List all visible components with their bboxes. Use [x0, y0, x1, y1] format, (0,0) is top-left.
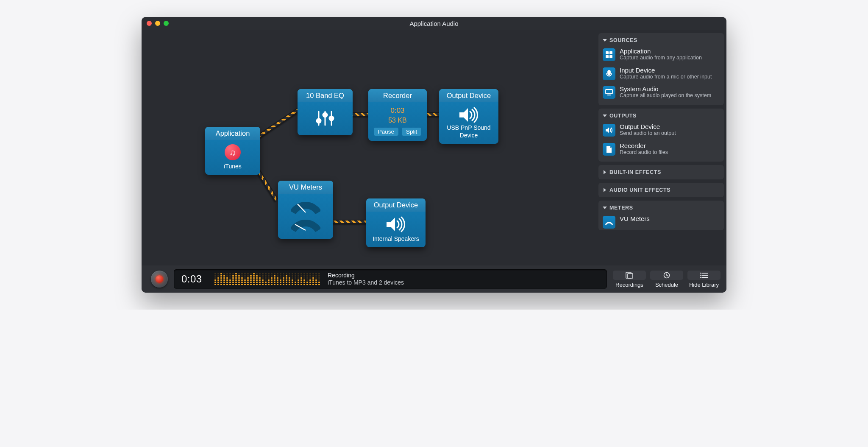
level-meter-icon: [214, 273, 320, 285]
node-output-internal[interactable]: Output Device Internal Speakers: [366, 198, 426, 247]
record-indicator-icon: [156, 275, 163, 283]
chevron-down-icon: [603, 206, 607, 210]
file-icon: [603, 143, 615, 156]
hide-library-button[interactable]: Hide Library: [687, 271, 721, 288]
vu-meter-icon: [291, 218, 320, 232]
library-item-desc: Record audio to files: [620, 149, 668, 156]
library-item-title: Input Device: [620, 67, 712, 74]
speaker-icon: [386, 216, 406, 233]
minimize-window-button[interactable]: [155, 21, 160, 26]
recorder-pause-button[interactable]: Pause: [374, 128, 398, 136]
eq-sliders-icon: [314, 110, 336, 127]
library-sidebar[interactable]: SOURCES Application Capture audio from a…: [595, 30, 726, 265]
library-item-recorder[interactable]: Recorder Record audio to files: [602, 140, 721, 158]
svg-marker-23: [603, 207, 607, 209]
svg-point-3: [323, 113, 327, 117]
node-subtitle: Internal Speakers: [373, 235, 419, 242]
library-item-vu-meters[interactable]: VU Meters: [602, 213, 721, 230]
traffic-lights: [147, 21, 169, 26]
monitor-icon: [603, 86, 615, 99]
mic-icon: [603, 67, 615, 80]
node-recorder[interactable]: Recorder 0:03 53 KB Pause Split: [368, 89, 427, 141]
panel-header-label: OUTPUTS: [609, 113, 637, 119]
node-vu-meters[interactable]: VU Meters: [278, 181, 333, 239]
node-eq[interactable]: 10 Band EQ: [298, 89, 353, 135]
status-line-2: iTunes to MP3 and 2 devices: [328, 279, 404, 287]
chevron-right-icon: [603, 188, 607, 192]
panel-header-label: AUDIO UNIT EFFECTS: [609, 187, 670, 193]
chevron-right-icon: [603, 170, 607, 174]
panel-header-outputs[interactable]: OUTPUTS: [602, 111, 721, 121]
node-application[interactable]: Application ♫ iTunes: [205, 127, 260, 175]
recordings-button[interactable]: Recordings: [613, 271, 646, 288]
library-item-desc: Capture audio from a mic or other input: [620, 74, 712, 81]
library-item-title: System Audio: [620, 85, 711, 92]
svg-rect-12: [609, 51, 612, 54]
chevron-down-icon: [603, 38, 607, 42]
panel-header-sources[interactable]: SOURCES: [602, 36, 721, 46]
schedule-button[interactable]: Schedule: [650, 271, 683, 288]
node-title: VU Meters: [278, 181, 333, 194]
library-item-desc: Capture audio from any application: [620, 55, 702, 61]
zoom-window-button[interactable]: [164, 21, 169, 26]
footer-button-label: Hide Library: [687, 282, 721, 288]
app-window: Application Audio Application ♫ iTunes: [142, 17, 726, 293]
panel-outputs: OUTPUTS Output Device Send audio to an o…: [598, 109, 724, 162]
node-title: 10 Band EQ: [298, 89, 353, 102]
svg-marker-6: [459, 108, 468, 122]
svg-rect-17: [606, 89, 612, 94]
routing-canvas[interactable]: Application ♫ iTunes 10 Band EQ: [142, 30, 595, 265]
node-title: Application: [205, 127, 260, 140]
recorder-split-button[interactable]: Split: [402, 128, 421, 136]
svg-marker-9: [387, 218, 395, 231]
svg-rect-11: [606, 51, 609, 54]
svg-marker-22: [604, 188, 606, 192]
lcd-time: 0:03: [181, 273, 207, 285]
footer-button-label: Schedule: [650, 282, 683, 288]
clock-icon: [650, 271, 683, 280]
library-item-desc: Capture all audio played on the system: [620, 92, 711, 99]
recorder-time: 0:03: [390, 106, 404, 115]
cable: [328, 220, 370, 224]
titlebar: Application Audio: [142, 17, 726, 30]
panel-audio-unit-effects: AUDIO UNIT EFFECTS: [598, 183, 724, 197]
library-item-application[interactable]: Application Capture audio from any appli…: [602, 46, 721, 63]
svg-point-1: [317, 119, 321, 123]
panel-header-label: SOURCES: [609, 37, 637, 43]
library-item-title: Application: [620, 47, 702, 55]
panel-header-meters[interactable]: METERS: [602, 203, 721, 213]
svg-rect-25: [628, 274, 633, 278]
window-title: Application Audio: [142, 20, 726, 27]
svg-point-31: [700, 274, 701, 275]
status-lcd: 0:03 Recording iTunes to MP3 and 2 devic…: [174, 269, 607, 289]
node-output-usb[interactable]: Output Device USB PnP Sound Device: [439, 89, 498, 144]
node-subtitle: Device: [460, 132, 478, 139]
node-title: Output Device: [439, 89, 498, 102]
svg-point-32: [700, 277, 701, 277]
svg-rect-13: [606, 55, 609, 58]
svg-marker-19: [603, 115, 607, 117]
chevron-down-icon: [603, 114, 607, 118]
library-item-title: Recorder: [620, 142, 668, 149]
vu-meter-icon: [291, 200, 320, 214]
svg-point-5: [329, 116, 334, 120]
svg-marker-21: [604, 170, 606, 174]
library-item-output-device[interactable]: Output Device Send audio to an output: [602, 121, 721, 139]
library-item-title: VU Meters: [620, 215, 650, 222]
svg-point-30: [700, 272, 701, 273]
library-item-desc: Send audio to an output: [620, 130, 676, 137]
app-icon: [603, 48, 615, 61]
library-item-system-audio[interactable]: System Audio Capture all audio played on…: [602, 84, 721, 101]
panel-header-label: BUILT-IN EFFECTS: [609, 169, 661, 175]
close-window-button[interactable]: [147, 21, 152, 26]
list-icon: [687, 271, 721, 280]
itunes-icon: ♫: [225, 144, 241, 160]
record-button[interactable]: [151, 271, 168, 288]
vu-meter-icon: [603, 216, 615, 229]
panel-header-builtin-effects[interactable]: BUILT-IN EFFECTS: [598, 165, 724, 179]
panel-header-au-effects[interactable]: AUDIO UNIT EFFECTS: [598, 183, 724, 197]
recordings-icon: [613, 271, 646, 280]
panel-sources: SOURCES Application Capture audio from a…: [598, 33, 724, 105]
library-item-input-device[interactable]: Input Device Capture audio from a mic or…: [602, 65, 721, 82]
svg-marker-10: [603, 39, 607, 42]
